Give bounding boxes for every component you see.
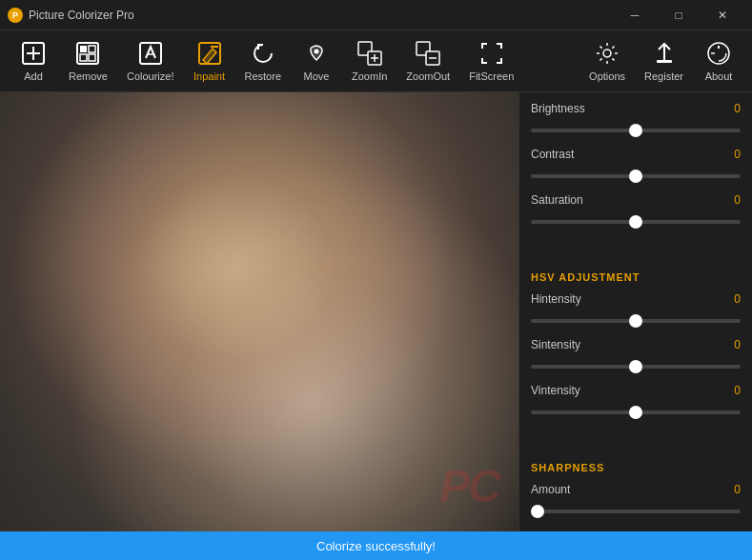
sintensity-value: 0 xyxy=(722,338,741,351)
options-icon xyxy=(594,40,620,67)
contrast-slider-row: Contrast 0 xyxy=(531,148,741,182)
photo-overlay xyxy=(0,92,518,531)
vintensity-slider-row: Vintensity 0 xyxy=(531,384,741,418)
brightness-slider-row: Brightness 0 xyxy=(531,102,741,136)
register-label: Register xyxy=(644,70,683,82)
right-tools: Options Register About xyxy=(581,34,742,88)
zoomin-icon xyxy=(356,40,383,67)
svg-rect-4 xyxy=(80,46,87,52)
amount-slider[interactable] xyxy=(531,510,741,513)
zoomin-label: ZoomIn xyxy=(352,70,387,82)
tool-about[interactable]: About xyxy=(695,34,742,88)
sintensity-label: Sintensity xyxy=(531,338,580,351)
hsv-section: HSV ADJUSTMENT Hintensity 0 Sintensity 0… xyxy=(519,262,752,439)
title-bar: P Picture Colorizer Pro ─ □ ✕ xyxy=(0,0,752,30)
vintensity-slider[interactable] xyxy=(531,410,741,414)
sintensity-slider-row: Sintensity 0 xyxy=(531,338,741,372)
move-icon xyxy=(303,40,330,67)
zoomout-icon xyxy=(415,40,441,67)
vintensity-label: Vintensity xyxy=(531,384,580,397)
options-label: Options xyxy=(589,70,625,82)
tool-colourize[interactable]: Colourize! xyxy=(119,34,182,88)
saturation-label: Saturation xyxy=(531,193,583,207)
saturation-slider[interactable] xyxy=(531,220,741,224)
brightness-label: Brightness xyxy=(531,102,585,115)
main-area: PC Brightness 0 Contrast 0 S xyxy=(0,92,752,531)
basic-adjustments-section: Brightness 0 Contrast 0 Saturation 0 xyxy=(519,92,752,249)
vintensity-value: 0 xyxy=(722,384,741,397)
colourize-icon xyxy=(137,40,164,67)
add-label: Add xyxy=(24,70,43,82)
tool-move[interactable]: Move xyxy=(293,34,340,88)
saturation-value: 0 xyxy=(722,193,741,207)
tool-add[interactable]: Add xyxy=(10,34,57,88)
amount-value: 0 xyxy=(722,483,741,496)
hintensity-slider-row: Hintensity 0 xyxy=(531,292,741,327)
sharpness-title: SHARPNESS xyxy=(531,462,741,473)
close-button[interactable]: ✕ xyxy=(701,0,744,30)
app-title: Picture Colorizer Pro xyxy=(29,9,613,22)
hintensity-label: Hintensity xyxy=(531,292,581,306)
tool-zoomout[interactable]: ZoomOut xyxy=(398,34,457,88)
amount-label: Amount xyxy=(531,483,570,496)
tool-register[interactable]: Register xyxy=(637,34,691,88)
app-icon: P xyxy=(8,8,23,23)
add-icon xyxy=(20,40,47,67)
inpaint-icon xyxy=(196,40,223,67)
svg-rect-6 xyxy=(80,54,87,61)
photo-background xyxy=(0,92,518,531)
remove-icon xyxy=(74,40,101,67)
about-label: About xyxy=(705,70,733,82)
status-message: Colorize successfully! xyxy=(316,539,436,553)
about-icon xyxy=(705,40,732,67)
toolbar: Add Remove Colourize! xyxy=(0,30,752,92)
move-label: Move xyxy=(304,70,330,82)
fitscreen-label: FitScreen xyxy=(469,70,514,82)
image-area[interactable]: PC xyxy=(0,92,518,531)
right-panel: Brightness 0 Contrast 0 Saturation 0 xyxy=(518,92,752,531)
svg-rect-21 xyxy=(657,60,672,63)
amount-slider-row: Amount 0 xyxy=(531,483,741,517)
fitscreen-icon xyxy=(478,40,505,67)
restore-label: Restore xyxy=(245,70,282,82)
tool-restore[interactable]: Restore xyxy=(237,34,290,88)
tool-options[interactable]: Options xyxy=(581,34,633,88)
brightness-slider[interactable] xyxy=(531,129,741,132)
svg-point-12 xyxy=(315,50,319,54)
status-bar: Colorize successfully! xyxy=(0,531,752,560)
window-controls: ─ □ ✕ xyxy=(613,0,744,30)
restore-icon xyxy=(250,40,276,67)
saturation-slider-row: Saturation 0 xyxy=(531,193,741,228)
tool-inpaint[interactable]: Inpaint xyxy=(186,34,234,88)
svg-rect-5 xyxy=(89,46,95,52)
hsv-title: HSV ADJUSTMENT xyxy=(531,271,741,283)
tool-fitscreen[interactable]: FitScreen xyxy=(461,34,521,88)
brightness-value: 0 xyxy=(722,102,741,115)
maximize-button[interactable]: □ xyxy=(657,0,701,30)
inpaint-label: Inpaint xyxy=(193,70,225,82)
sharpness-section: SHARPNESS Amount 0 xyxy=(519,452,752,531)
svg-point-20 xyxy=(603,50,611,57)
contrast-label: Contrast xyxy=(531,148,574,161)
hintensity-value: 0 xyxy=(722,292,741,306)
zoomout-label: ZoomOut xyxy=(406,70,450,82)
svg-rect-7 xyxy=(89,54,95,61)
remove-label: Remove xyxy=(69,70,108,82)
minimize-button[interactable]: ─ xyxy=(613,0,657,30)
hintensity-slider[interactable] xyxy=(531,319,741,323)
sintensity-slider[interactable] xyxy=(531,365,741,369)
tool-zoomin[interactable]: ZoomIn xyxy=(344,34,395,88)
contrast-value: 0 xyxy=(722,148,741,161)
contrast-slider[interactable] xyxy=(531,174,741,178)
register-icon xyxy=(651,40,678,67)
tool-remove[interactable]: Remove xyxy=(61,34,115,88)
colourize-label: Colourize! xyxy=(127,70,174,82)
